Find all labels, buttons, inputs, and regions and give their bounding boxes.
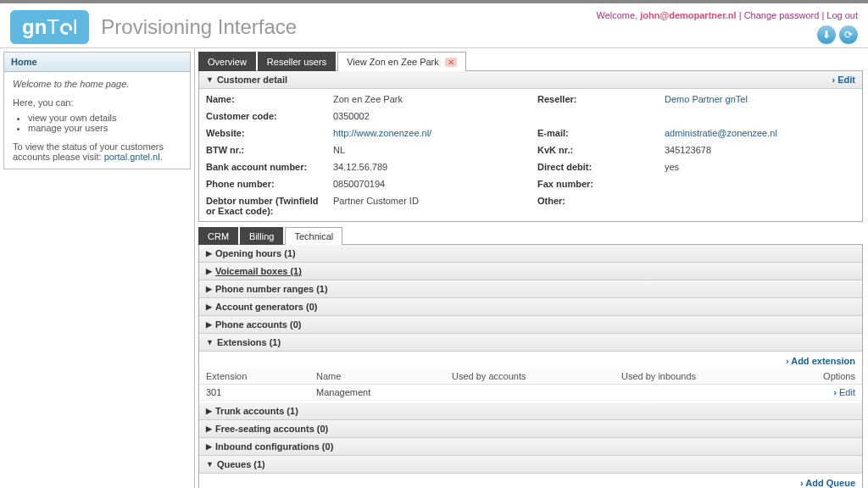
field-label: E-mail: — [531, 125, 658, 141]
col-used-by-inbounds: Used by inbounds — [615, 369, 803, 385]
section-title: Customer detail — [217, 75, 287, 85]
subtab-crm[interactable]: CRM — [198, 227, 238, 245]
customer-detail-header: ▼ Customer detail Edit — [199, 71, 862, 89]
chevron-down-icon — [206, 460, 214, 469]
close-icon[interactable]: ✕ — [445, 58, 457, 67]
cell-extension: 301 — [199, 385, 309, 401]
main-content: Overview Reseller users View Zon en Zee … — [195, 48, 868, 488]
field-label: Fax number: — [531, 175, 658, 192]
app-header: gnTl Provisioning Interface Welcome, joh… — [0, 3, 868, 48]
sidebar-home-header[interactable]: Home — [4, 53, 190, 72]
acc-phone-number-ranges[interactable]: Phone number ranges (1) — [199, 280, 862, 298]
sidebar-here-you-can: Here, you can: — [13, 97, 181, 108]
field-value: NL — [326, 141, 531, 158]
sidebar-bullet: view your own details — [28, 113, 181, 123]
col-extension: Extension — [199, 369, 309, 385]
reseller-link[interactable]: Demo Partner gnTel — [665, 94, 748, 104]
tab-overview[interactable]: Overview — [198, 52, 256, 71]
acc-opening-hours[interactable]: Opening hours (1) — [199, 245, 862, 263]
chevron-right-icon — [206, 267, 212, 275]
subtab-billing[interactable]: Billing — [240, 227, 283, 245]
add-queue-link[interactable]: Add Queue — [800, 478, 855, 488]
field-value: 0850070194 — [326, 175, 531, 192]
acc-voicemail-boxes[interactable]: Voicemail boxes (1) — [199, 263, 862, 280]
sidebar-welcome-line: Welcome to the home page. — [13, 79, 129, 89]
field-label: BTW nr.: — [199, 141, 326, 158]
field-value: Partner Customer ID — [326, 192, 531, 219]
email-link[interactable]: administratie@zonenzee.nl — [665, 128, 777, 138]
acc-free-seating-accounts[interactable]: Free-seating accounts (0) — [199, 420, 862, 438]
change-password-link[interactable]: Change password — [744, 10, 820, 20]
portal-link[interactable]: portal.gntel.nl — [104, 152, 160, 162]
table-row: 301 Management Edit — [199, 385, 862, 401]
field-label: Bank account number: — [199, 158, 326, 175]
field-value: Zon en Zee Park — [326, 91, 531, 108]
col-used-by-accounts: Used by accounts — [445, 369, 615, 385]
field-label: Name: — [199, 91, 326, 108]
welcome-text: Welcome, — [596, 10, 640, 20]
field-label: Direct debit: — [531, 158, 658, 175]
download-icon[interactable]: ⬇ — [817, 25, 836, 44]
chevron-down-icon: ▼ — [206, 75, 214, 84]
field-label: Other: — [531, 192, 658, 219]
chevron-right-icon — [206, 320, 212, 329]
field-value: 345123678 — [658, 141, 862, 158]
field-value: 0350002 — [326, 108, 531, 125]
field-value — [658, 192, 862, 219]
sidebar-bullet: manage your users — [28, 123, 181, 133]
logo: gnTl — [10, 10, 89, 44]
field-label: Debtor number (Twinfield or Exact code): — [199, 192, 326, 219]
acc-queues[interactable]: Queues (1) — [199, 456, 862, 474]
acc-account-generators[interactable]: Account generators (0) — [199, 298, 862, 316]
field-label: Phone number: — [199, 175, 326, 192]
chevron-right-icon — [206, 285, 212, 293]
cell-name: Management — [309, 385, 445, 401]
chevron-right-icon — [206, 407, 212, 415]
edit-customer-link[interactable]: Edit — [832, 75, 855, 85]
field-value: yes — [658, 158, 862, 175]
tab-reseller-users[interactable]: Reseller users — [258, 52, 336, 71]
chevron-right-icon — [206, 249, 212, 258]
edit-extension-link[interactable]: Edit — [833, 387, 855, 397]
subtab-technical[interactable]: Technical — [285, 227, 342, 245]
website-link[interactable]: http://www.zonenzee.nl/ — [333, 128, 431, 138]
field-value — [658, 175, 862, 192]
field-value: 34.12.56.789 — [326, 158, 531, 175]
acc-phone-accounts[interactable]: Phone accounts (0) — [199, 316, 862, 334]
chevron-right-icon — [206, 302, 212, 311]
add-extension-link[interactable]: Add extension — [786, 356, 855, 366]
logout-link[interactable]: Log out — [826, 10, 858, 20]
sidebar: Home Welcome to the home page. Here, you… — [0, 48, 195, 488]
tab-label: View Zon en Zee Park — [347, 57, 439, 67]
acc-extensions[interactable]: Extensions (1) — [199, 334, 862, 352]
acc-trunk-accounts[interactable]: Trunk accounts (1) — [199, 402, 862, 420]
tab-view-customer[interactable]: View Zon en Zee Park ✕ — [337, 52, 466, 71]
chevron-right-icon — [206, 442, 212, 451]
user-link[interactable]: john@demopartner.nl — [640, 10, 736, 20]
refresh-icon[interactable]: ⟳ — [839, 25, 858, 44]
col-name: Name — [309, 369, 445, 385]
field-label: KvK nr.: — [531, 141, 658, 158]
field-label: Reseller: — [531, 91, 658, 108]
field-label: Customer code: — [199, 108, 326, 125]
col-options: Options — [803, 369, 862, 385]
app-title: Provisioning Interface — [101, 15, 297, 39]
chevron-down-icon — [206, 338, 214, 347]
acc-inbound-configurations[interactable]: Inbound configurations (0) — [199, 438, 862, 456]
field-label: Website: — [199, 125, 326, 141]
chevron-right-icon — [206, 424, 212, 433]
